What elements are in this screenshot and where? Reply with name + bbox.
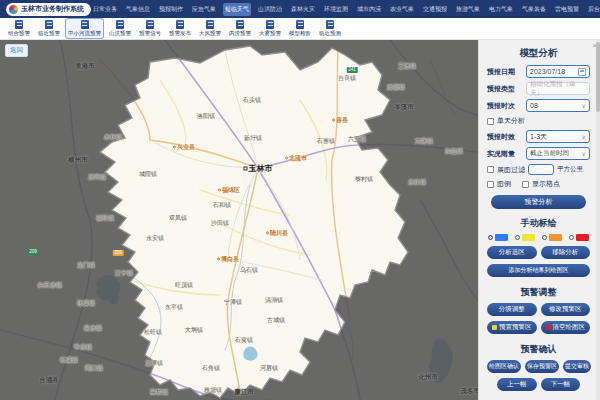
tab-item[interactable]: 大风预警 — [196, 18, 224, 39]
legend-checkbox[interactable] — [487, 181, 494, 188]
tab-item[interactable]: 中小河流预警 — [65, 18, 104, 39]
back-link[interactable]: 返回 — [5, 44, 28, 57]
map-label: 乐民镇 — [88, 173, 106, 182]
top-menu-item[interactable]: 城市内涝 — [355, 3, 383, 16]
color-radio[interactable] — [515, 234, 535, 241]
clear-canvas-button[interactable]: 清空绘图区 — [541, 321, 591, 334]
remove-analysis-button[interactable]: 移除分析 — [541, 246, 591, 259]
submit-review-button[interactable]: 提交审核 — [563, 360, 591, 373]
top-menu-item[interactable]: 雷电预警 — [553, 3, 581, 16]
color-radio[interactable] — [569, 234, 589, 241]
top-menu-item[interactable]: 环境监测 — [322, 3, 350, 16]
grade-adjust-button[interactable]: 分级调整 — [487, 303, 537, 316]
color-radio[interactable] — [542, 234, 562, 241]
map-label: 北流市 — [285, 154, 307, 163]
color-radio[interactable] — [488, 234, 508, 241]
top-menu-item[interactable]: 应急气象 — [190, 3, 218, 16]
map-label: 新圩镇 — [244, 134, 262, 143]
map-label: 宁潭镇 — [224, 298, 242, 307]
radio-icon[interactable] — [542, 235, 547, 240]
app-window: 玉林市业务制作系统 日常业务气象信息预报制作应急气象短临天气山洪防治森林火灾环境… — [0, 0, 600, 400]
color-swatch[interactable] — [549, 234, 562, 241]
radio-icon[interactable] — [488, 235, 493, 240]
color-swatch[interactable] — [576, 234, 589, 241]
tab-item[interactable]: 预警发布 — [166, 18, 194, 39]
preset-warning-area-button[interactable]: 预置预警区 — [487, 321, 537, 334]
top-menu-item[interactable]: 短临天气 — [223, 3, 251, 16]
map-label: 加益镇 — [445, 147, 463, 156]
place-marker-icon — [332, 119, 335, 122]
map-container[interactable]: 返回 — [0, 40, 478, 400]
tab-item[interactable]: 大雾预警 — [256, 18, 284, 39]
model-analysis-panel: × 模型分析 预报日期 2023/07/18 预报类型 精细化预报（单天） 预报… — [478, 40, 600, 400]
validity-select[interactable]: 1-3天 ∨ — [526, 130, 590, 143]
add-result-button[interactable]: 添加分析结果到绘图区 — [487, 264, 590, 277]
tab-item[interactable]: 组合预警 — [5, 18, 33, 39]
tab-item[interactable]: 临近预测 — [316, 18, 344, 39]
top-menu: 日常业务气象信息预报制作应急气象短临天气山洪防治森林火灾环境监测城市内涝农业气象… — [91, 3, 600, 16]
tab-item[interactable]: 模型检验 — [286, 18, 314, 39]
map-label: 石和镇 — [213, 201, 231, 210]
tab-label: 大风预警 — [199, 30, 221, 37]
logo-icon — [9, 5, 18, 14]
single-day-label: 单天分析 — [497, 116, 525, 126]
map-label: 泉水镇 — [84, 324, 102, 333]
scrollbar-thumb[interactable] — [596, 42, 600, 112]
top-menu-item[interactable]: 山洪防治 — [256, 3, 284, 16]
tab-item[interactable]: 山洪预警 — [106, 18, 134, 39]
map-canvas[interactable] — [0, 40, 478, 400]
show-grid-checkbox[interactable] — [522, 181, 529, 188]
report-icon — [81, 20, 89, 29]
map-label: 永安镇 — [146, 234, 164, 243]
top-menu-item[interactable]: 日常业务 — [91, 3, 119, 16]
calendar-icon[interactable] — [578, 68, 586, 76]
top-menu-item[interactable]: 交通预报 — [421, 3, 449, 16]
place-marker-icon — [218, 189, 221, 192]
top-menu-item[interactable]: 后台管理 — [586, 3, 600, 16]
top-header: 玉林市业务制作系统 日常业务气象信息预报制作应急气象短临天气山洪防治森林火灾环境… — [0, 0, 600, 18]
tab-item[interactable]: 预警信号 — [136, 18, 164, 39]
radio-icon[interactable] — [515, 235, 520, 240]
tab-label: 临近预警 — [38, 30, 60, 37]
map-label: 博白县 — [217, 255, 239, 264]
map-label: 水汶镇 — [408, 178, 426, 187]
chevron-down-icon: ∨ — [582, 133, 586, 140]
area-filter-checkbox[interactable] — [487, 166, 494, 173]
observed-rain-select[interactable]: 截止当前时间 ∨ — [526, 147, 590, 160]
tab-item[interactable]: 临近预警 — [35, 18, 63, 39]
top-menu-item[interactable]: 预报制作 — [157, 3, 185, 16]
single-day-checkbox[interactable] — [487, 118, 494, 125]
top-menu-item[interactable]: 农业气象 — [388, 3, 416, 16]
tab-label: 山洪预警 — [109, 30, 131, 37]
top-menu-item[interactable]: 气象装备 — [520, 3, 548, 16]
canvas-confirm-button[interactable]: 绘图区确认 — [487, 360, 521, 373]
panel-scrollbar[interactable] — [596, 40, 600, 400]
color-swatch[interactable] — [495, 234, 508, 241]
area-filter-input[interactable] — [528, 164, 554, 175]
modify-warning-area-button[interactable]: 修改预警区 — [541, 303, 591, 316]
map-label: 东平镇 — [165, 303, 183, 312]
map-label: 兴业县 — [173, 143, 195, 152]
top-menu-item[interactable]: 气象信息 — [124, 3, 152, 16]
save-warning-area-button[interactable]: 保存预警区 — [525, 360, 559, 373]
next-frame-button[interactable]: 下一幅 — [541, 378, 581, 391]
color-swatch[interactable] — [522, 234, 535, 241]
top-menu-item[interactable]: 旅游气象 — [454, 3, 482, 16]
map-label: 大垌镇 — [185, 326, 203, 335]
tab-item[interactable]: 内涝预警 — [226, 18, 254, 39]
forecast-type-input[interactable]: 精细化预报（单天） — [526, 82, 590, 95]
forecast-date-input[interactable]: 2023/07/18 — [526, 65, 590, 78]
forecast-time-select[interactable]: 08 ∨ — [526, 99, 590, 112]
top-menu-item[interactable]: 森林火灾 — [289, 3, 317, 16]
map-label: 石康镇 — [60, 356, 78, 365]
map-label: 横州市 — [68, 156, 88, 165]
report-icon — [15, 20, 23, 29]
warning-analysis-button[interactable]: 预警分析 — [491, 195, 586, 209]
tab-label: 模型检验 — [289, 30, 311, 37]
tab-label: 大雾预警 — [259, 30, 281, 37]
top-menu-item[interactable]: 电力气象 — [487, 3, 515, 16]
select-area-button[interactable]: 分析选区 — [487, 246, 537, 259]
radio-icon[interactable] — [569, 235, 574, 240]
previous-frame-button[interactable]: 上一幅 — [497, 378, 537, 391]
tab-label: 组合预警 — [8, 30, 30, 37]
